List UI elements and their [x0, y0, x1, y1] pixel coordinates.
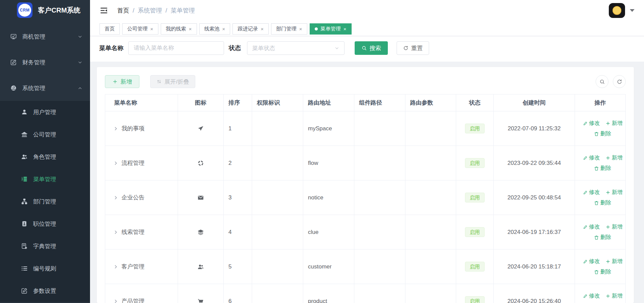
pen-icon: [583, 155, 588, 160]
sidebar-item-menus[interactable]: 菜单管理: [0, 168, 90, 190]
search-button[interactable]: 搜索: [355, 41, 388, 55]
close-icon[interactable]: ×: [343, 26, 347, 31]
add-child-link[interactable]: 新增: [605, 293, 623, 300]
edit-link[interactable]: 修改: [583, 120, 600, 127]
expand-row-icon[interactable]: [113, 161, 118, 166]
delete-link[interactable]: 删除: [594, 165, 611, 172]
delete-link[interactable]: 删除: [594, 234, 611, 241]
menu-name-input[interactable]: [128, 41, 224, 55]
add-child-link[interactable]: 新增: [605, 154, 623, 161]
numbered-list-icon: [21, 265, 28, 272]
expand-row-icon[interactable]: [113, 299, 118, 303]
menu-status-select[interactable]: 菜单状态: [247, 41, 345, 55]
company-icon: [21, 131, 28, 138]
sidebar-item-system[interactable]: 系统管理: [0, 75, 90, 101]
tab-menus-active[interactable]: 菜单管理×: [310, 23, 352, 35]
expand-collapse-button[interactable]: 展开/折叠: [150, 75, 195, 88]
add-button-label: 新增: [120, 78, 132, 86]
reset-button[interactable]: 重置: [397, 41, 429, 55]
edit-link-label: 修改: [589, 189, 600, 196]
sidebar-item-users[interactable]: 用户管理: [0, 101, 90, 123]
edit-link[interactable]: 修改: [583, 189, 600, 196]
tab-follow-records[interactable]: 跟进记录×: [232, 23, 269, 35]
menu-name: 我的事项: [121, 125, 145, 132]
sidebar-item-dictionary[interactable]: 字典管理: [0, 235, 90, 257]
sidebar-collapse-icon[interactable]: [99, 6, 108, 15]
sidebar-item-label: 职位管理: [33, 220, 56, 228]
main-area: 首页 / 系统管理 / 菜单管理 首页 公司管理× 我的线索× 线索池× 跟进记…: [90, 0, 644, 303]
filter-bar: 菜单名称 状态 菜单状态 搜索 重置: [90, 36, 644, 62]
close-icon[interactable]: ×: [299, 26, 302, 31]
add-child-link[interactable]: 新增: [605, 258, 623, 265]
sidebar-submenu-system: 用户管理 公司管理 角色管理 菜单管理 部门管理: [0, 101, 90, 302]
show-search-button[interactable]: [596, 75, 608, 88]
reset-button-label: 重置: [411, 44, 423, 52]
sidebar-item-label: 用户管理: [33, 108, 56, 116]
expand-row-icon[interactable]: [113, 126, 118, 131]
tab-label: 跟进记录: [238, 26, 258, 32]
tab-home[interactable]: 首页: [99, 23, 120, 35]
sidebar-item-parameters[interactable]: 参数设置: [0, 280, 90, 302]
sidebar-item-departments[interactable]: 部门管理: [0, 190, 90, 213]
delete-link[interactable]: 删除: [594, 199, 611, 207]
delete-link[interactable]: 删除: [594, 268, 611, 276]
sidebar-item-business[interactable]: 商机管理: [0, 24, 90, 49]
delete-link[interactable]: 删除: [594, 130, 611, 137]
chevron-up-icon: [77, 86, 83, 91]
edit-square-icon: [10, 59, 17, 66]
edit-link[interactable]: 修改: [583, 154, 600, 161]
crm-logo-icon: CRM: [17, 2, 32, 18]
add-child-link[interactable]: 新增: [605, 189, 623, 196]
close-icon[interactable]: ×: [150, 26, 153, 31]
created-time: 2022-07-09 11:25:32: [494, 111, 575, 146]
tab-departments[interactable]: 部门管理×: [271, 23, 307, 35]
status-badge: 启用: [465, 262, 485, 272]
sidebar-item-finance[interactable]: 财务管理: [0, 49, 90, 75]
sidebar-item-numbering-rules[interactable]: 编号规则: [0, 257, 90, 280]
edit-link[interactable]: 修改: [583, 258, 600, 265]
add-button[interactable]: 新增: [105, 75, 139, 88]
avatar-image: [613, 6, 621, 15]
menu-name: 企业公告: [121, 194, 145, 201]
permission-flag: [252, 180, 303, 215]
sidebar-item-positions[interactable]: 职位管理: [0, 213, 90, 235]
tab-my-leads[interactable]: 我的线索×: [161, 23, 197, 35]
status-badge: 启用: [465, 158, 485, 168]
close-icon[interactable]: ×: [222, 26, 225, 31]
top-header: 首页 / 系统管理 / 菜单管理: [90, 0, 644, 21]
column-header: 图标: [178, 94, 224, 111]
component-path: [354, 250, 405, 284]
add-child-link[interactable]: 新增: [605, 223, 623, 231]
user-menu-caret-icon[interactable]: [630, 9, 635, 12]
close-icon[interactable]: ×: [261, 26, 264, 31]
menu-name-label: 菜单名称: [99, 44, 124, 52]
add-child-link-label: 新增: [612, 120, 623, 127]
tab-company[interactable]: 公司管理×: [122, 23, 158, 35]
delete-link-label: 删除: [600, 165, 611, 172]
refresh-table-button[interactable]: [613, 75, 626, 88]
breadcrumb-separator: /: [133, 7, 134, 14]
chevron-down-icon: [77, 60, 83, 65]
expand-row-icon[interactable]: [113, 264, 118, 269]
menu-order: 5: [224, 250, 252, 284]
plus-icon: [605, 121, 610, 126]
edit-link[interactable]: 修改: [583, 293, 600, 300]
trash-icon: [594, 131, 599, 136]
expand-row-icon[interactable]: [113, 230, 118, 235]
tab-lead-pool[interactable]: 线索池×: [199, 23, 230, 35]
roles-icon: [21, 153, 28, 160]
sidebar-item-label: 字典管理: [33, 242, 56, 250]
expand-row-icon[interactable]: [113, 195, 118, 200]
sidebar-item-roles[interactable]: 角色管理: [0, 146, 90, 168]
breadcrumb-home[interactable]: 首页: [117, 6, 129, 15]
add-child-link[interactable]: 新增: [605, 120, 623, 127]
edit-link[interactable]: 修改: [583, 223, 600, 231]
sidebar-item-company[interactable]: 公司管理: [0, 123, 90, 146]
sidebar-item-label: 财务管理: [22, 59, 77, 66]
search-icon: [599, 79, 605, 85]
edit-link-label: 修改: [589, 258, 600, 265]
user-avatar[interactable]: [609, 3, 625, 18]
close-icon[interactable]: ×: [189, 26, 192, 31]
tab-label: 线索池: [204, 26, 220, 32]
refresh-icon: [617, 79, 622, 85]
